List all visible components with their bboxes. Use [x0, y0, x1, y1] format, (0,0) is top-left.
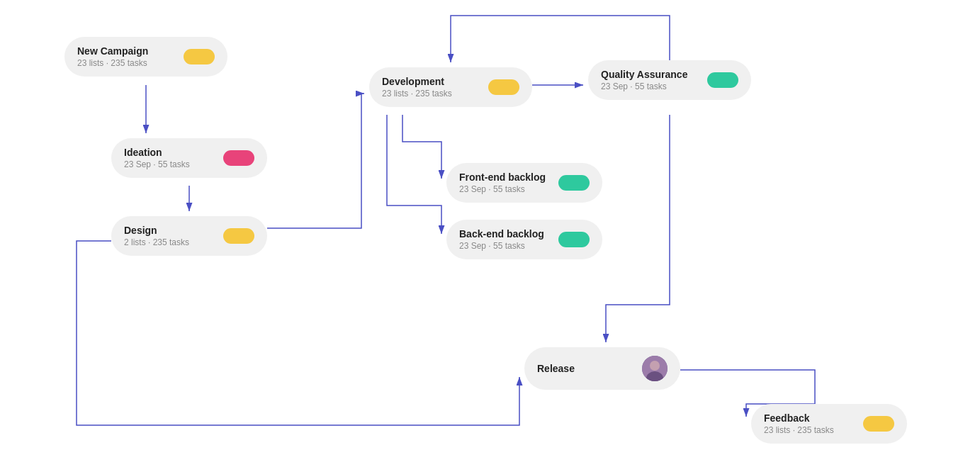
node-release-title: Release — [537, 363, 575, 374]
node-frontend-badge — [558, 175, 590, 191]
node-qa-badge — [707, 72, 738, 88]
node-feedback-sub: 23 lists · 235 tasks — [764, 425, 834, 435]
node-development-text: Development 23 lists · 235 tasks — [382, 76, 452, 99]
node-backend-badge — [558, 232, 590, 247]
node-design-sub: 2 lists · 235 tasks — [124, 237, 189, 247]
node-qa-sub: 23 Sep · 55 tasks — [601, 81, 687, 91]
node-ideation-badge — [223, 150, 254, 166]
node-development-sub: 23 lists · 235 tasks — [382, 89, 452, 99]
node-new-campaign-badge — [184, 49, 215, 64]
node-frontend[interactable]: Front-end backlog 23 Sep · 55 tasks — [446, 163, 602, 203]
node-ideation-text: Ideation 23 Sep · 55 tasks — [124, 147, 190, 169]
node-feedback[interactable]: Feedback 23 lists · 235 tasks — [751, 404, 907, 444]
node-frontend-title: Front-end backlog — [459, 171, 546, 183]
svg-point-2 — [650, 361, 660, 371]
node-feedback-text: Feedback 23 lists · 235 tasks — [764, 412, 834, 435]
node-design[interactable]: Design 2 lists · 235 tasks — [111, 216, 267, 256]
node-development-badge — [488, 79, 519, 95]
node-new-campaign-sub: 23 lists · 235 tasks — [77, 58, 148, 68]
node-ideation-sub: 23 Sep · 55 tasks — [124, 159, 190, 169]
node-release-avatar — [642, 356, 668, 381]
node-feedback-badge — [863, 416, 894, 432]
node-design-text: Design 2 lists · 235 tasks — [124, 225, 189, 247]
node-backend-text: Back-end backlog 23 Sep · 55 tasks — [459, 228, 544, 251]
node-new-campaign[interactable]: New Campaign 23 lists · 235 tasks — [64, 37, 227, 77]
diagram-canvas: New Campaign 23 lists · 235 tasks Ideati… — [0, 0, 980, 467]
node-development[interactable]: Development 23 lists · 235 tasks — [369, 67, 532, 107]
node-design-badge — [223, 228, 254, 244]
node-backend-sub: 23 Sep · 55 tasks — [459, 241, 544, 251]
node-feedback-title: Feedback — [764, 412, 834, 424]
node-qa-text: Quality Assurance 23 Sep · 55 tasks — [601, 69, 687, 91]
node-frontend-sub: 23 Sep · 55 tasks — [459, 184, 546, 194]
node-design-title: Design — [124, 225, 189, 236]
node-ideation-title: Ideation — [124, 147, 190, 158]
node-backend[interactable]: Back-end backlog 23 Sep · 55 tasks — [446, 220, 602, 259]
node-new-campaign-text: New Campaign 23 lists · 235 tasks — [77, 45, 148, 68]
node-frontend-text: Front-end backlog 23 Sep · 55 tasks — [459, 171, 546, 194]
node-qa[interactable]: Quality Assurance 23 Sep · 55 tasks — [588, 60, 751, 100]
node-qa-title: Quality Assurance — [601, 69, 687, 80]
node-ideation[interactable]: Ideation 23 Sep · 55 tasks — [111, 138, 267, 178]
node-release[interactable]: Release — [524, 347, 680, 390]
node-backend-title: Back-end backlog — [459, 228, 544, 240]
node-new-campaign-title: New Campaign — [77, 45, 148, 57]
node-release-text: Release — [537, 363, 575, 374]
node-development-title: Development — [382, 76, 452, 87]
